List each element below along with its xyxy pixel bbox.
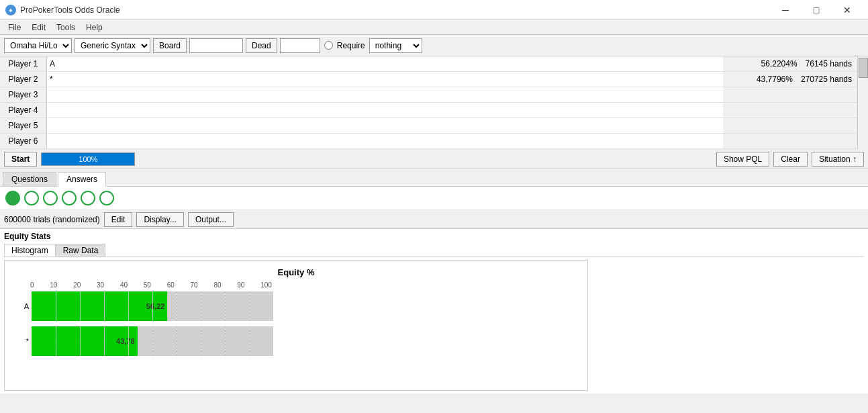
player-2-hands: 270725 hands [801, 75, 852, 84]
dead-input[interactable] [280, 38, 320, 53]
player-1-input[interactable] [47, 56, 723, 71]
stats-row: 600000 trials (randomized) Edit Display.… [0, 210, 868, 229]
circle-1[interactable] [5, 191, 20, 205]
equity-tabs: Histogram Raw Data [4, 244, 864, 257]
player-4-input[interactable] [47, 103, 723, 118]
maximize-button[interactable]: □ [801, 0, 832, 20]
situation-button[interactable]: Situation ↑ [812, 152, 864, 167]
chart-x-axis: 0 10 20 30 40 50 60 70 80 90 100 [30, 281, 272, 289]
equity-tab-histogram[interactable]: Histogram [4, 244, 56, 257]
scrollbar-thumb[interactable] [859, 58, 868, 78]
player-1-label: Player 1 [0, 56, 47, 71]
player-6-label: Player 6 [0, 134, 47, 148]
answer-area: 600000 trials (randomized) Edit Display.… [0, 187, 868, 394]
circle-4[interactable] [62, 191, 77, 205]
player-1-stats: 56,2204% 76145 hands [723, 59, 857, 68]
chart-bars: A 56,22 [17, 291, 581, 356]
chart-row-a: A 56,22 [17, 291, 581, 321]
circles-row [0, 187, 868, 210]
require-select[interactable]: nothing hi winner lo winner [369, 38, 422, 53]
equity-section: Equity Stats Histogram Raw Data Equity %… [0, 229, 868, 394]
player-3-label: Player 3 [0, 87, 47, 102]
require-radio[interactable] [324, 41, 333, 50]
players-scrollbar[interactable] [857, 56, 868, 149]
circle-5[interactable] [81, 191, 95, 205]
circle-2[interactable] [24, 191, 39, 205]
player-row-1: Player 1 56,2204% 76145 hands [0, 56, 857, 72]
player-row-5: Player 5 [0, 118, 857, 134]
chart-label-a: A [17, 302, 29, 310]
chart-label-star: * [17, 337, 29, 345]
title-bar: ♠ ProPokerTools Odds Oracle ─ □ ✕ [0, 0, 868, 20]
progress-bar: 100% [41, 152, 135, 166]
bottom-toolbar: Start 100% Show PQL Clear Situation ↑ [0, 149, 868, 169]
players-area: Player 1 56,2204% 76145 hands Player 2 4… [0, 56, 868, 149]
progress-label: 100% [79, 155, 97, 163]
player-2-input[interactable] [47, 72, 723, 87]
chart-row-star: * 43,78 [17, 326, 581, 356]
player-6-input[interactable] [47, 134, 723, 148]
circle-3[interactable] [43, 191, 58, 205]
trials-text: 600000 trials (randomized) [4, 215, 100, 224]
display-button[interactable]: Display... [136, 212, 183, 227]
minimize-button[interactable]: ─ [770, 0, 801, 20]
equity-tab-raw[interactable]: Raw Data [56, 244, 106, 257]
bar-bg-a: 56,22 [32, 291, 273, 321]
equity-title: Equity Stats [4, 232, 864, 241]
tab-answers[interactable]: Answers [58, 172, 106, 187]
toolbar: Omaha Hi/Lo Generic Syntax Board Dead Re… [0, 35, 868, 56]
player-2-stats: 43,7796% 270725 hands [723, 75, 857, 84]
clear-button[interactable]: Clear [773, 152, 808, 167]
chart-title: Equity % [11, 267, 581, 277]
output-button[interactable]: Output... [188, 212, 234, 227]
tab-questions[interactable]: Questions [3, 172, 56, 186]
player-5-label: Player 5 [0, 118, 47, 133]
syntax-select[interactable]: Generic Syntax [75, 38, 150, 53]
show-pql-button[interactable]: Show PQL [716, 152, 769, 167]
player-2-label: Player 2 [0, 72, 47, 87]
tab-bar: Questions Answers [0, 169, 868, 187]
require-label: Require [337, 41, 365, 50]
player-3-input[interactable] [47, 87, 723, 102]
board-input[interactable] [189, 38, 243, 53]
bar-value-star: 43,78 [116, 337, 135, 345]
app-icon: ♠ [5, 5, 16, 15]
circle-6[interactable] [99, 191, 114, 205]
player-row-6: Player 6 [0, 134, 857, 149]
board-button[interactable]: Board [153, 38, 187, 53]
close-button[interactable]: ✕ [832, 0, 863, 20]
menu-bar: File Edit Tools Help [0, 20, 868, 35]
bar-bg-star: 43,78 [32, 326, 273, 356]
menu-edit[interactable]: Edit [26, 21, 51, 34]
player-row-4: Player 4 [0, 103, 857, 118]
bar-fill-star: 43,78 [32, 326, 138, 356]
game-select[interactable]: Omaha Hi/Lo [4, 38, 72, 53]
app-title: ProPokerTools Odds Oracle [20, 5, 120, 15]
menu-file[interactable]: File [3, 21, 26, 34]
player-row-2: Player 2 43,7796% 270725 hands [0, 72, 857, 87]
edit-button[interactable]: Edit [104, 212, 133, 227]
player-row-3: Player 3 [0, 87, 857, 103]
menu-tools[interactable]: Tools [51, 21, 81, 34]
progress-bar-fill: 100% [42, 153, 134, 165]
bar-fill-a: 56,22 [32, 291, 167, 321]
bar-value-a: 56,22 [146, 302, 165, 310]
player-1-pct: 56,2204% [761, 59, 798, 68]
player-5-input[interactable] [47, 118, 723, 133]
menu-help[interactable]: Help [81, 21, 108, 34]
dead-button[interactable]: Dead [246, 38, 277, 53]
player-2-pct: 43,7796% [757, 75, 793, 84]
player-1-hands: 76145 hands [806, 59, 852, 68]
chart-container: Equity % 0 10 20 30 40 50 60 70 80 90 10… [4, 260, 588, 391]
start-button[interactable]: Start [4, 152, 37, 167]
player-4-label: Player 4 [0, 103, 47, 118]
